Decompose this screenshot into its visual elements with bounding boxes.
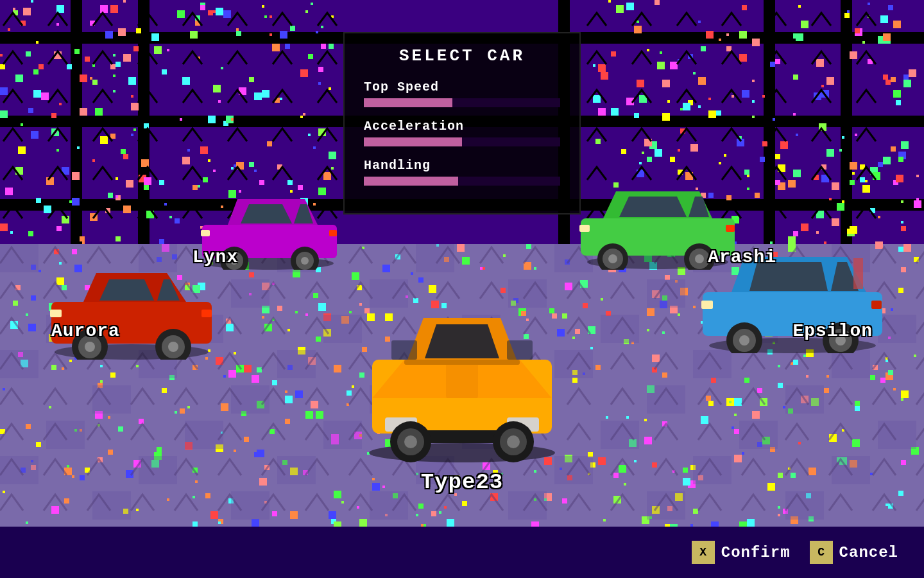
top-speed-bar-bg [364,98,560,107]
cancel-btn-group[interactable]: C Cancel [810,541,898,564]
bottom-bar: X Confirm C Cancel [0,527,924,578]
acceleration-bar-fill [364,137,462,146]
cancel-key-badge: C [810,541,833,564]
handling-label: Handling [364,158,560,173]
svg-rect-50 [701,301,713,309]
car-type23-label[interactable]: Type23 [421,470,503,495]
svg-marker-29 [619,197,687,217]
svg-rect-38 [726,225,735,232]
stats-panel: SELECT CAR Top Speed Acceleration Handli… [343,32,581,215]
confirm-label[interactable]: Confirm [721,544,791,561]
confirm-btn-group[interactable]: X Confirm [692,541,791,564]
svg-point-23 [301,257,309,265]
svg-point-7 [85,342,95,352]
svg-point-33 [608,254,617,263]
car-epsilon-label[interactable]: Epsilon [792,321,873,341]
cancel-label[interactable]: Cancel [839,544,898,561]
handling-bar-fill [364,177,458,186]
svg-marker-57 [425,324,499,358]
acceleration-label: Acceleration [364,119,560,134]
car-aurora-label[interactable]: Aurora [51,321,120,341]
svg-rect-12 [201,310,212,317]
svg-rect-37 [579,225,590,232]
svg-point-46 [739,335,749,346]
svg-rect-70 [404,360,520,365]
svg-rect-25 [329,230,337,236]
svg-point-68 [507,435,520,448]
car-aurora-svg[interactable] [38,257,225,360]
car-arashi-label[interactable]: Arashi [708,247,776,267]
game-screen: SELECT CAR Top Speed Acceleration Handli… [0,0,924,578]
svg-rect-58 [391,340,417,360]
confirm-key-badge: X [692,541,715,564]
svg-rect-59 [507,340,533,360]
top-speed-label: Top Speed [364,80,560,94]
svg-marker-3 [99,279,154,301]
svg-point-65 [404,435,417,448]
svg-point-10 [168,342,178,352]
handling-bar-bg [364,177,560,186]
screen-title: SELECT CAR [364,46,560,66]
svg-rect-11 [50,310,62,317]
svg-rect-24 [201,230,210,236]
top-speed-bar-fill [364,98,452,107]
car-lynx-label[interactable]: Lynx [193,247,238,267]
svg-rect-60 [420,430,504,443]
svg-rect-51 [871,301,882,309]
acceleration-bar-bg [364,137,560,146]
car-type23-svg[interactable] [353,283,571,462]
svg-rect-69 [446,360,478,398]
svg-rect-52 [853,258,863,289]
